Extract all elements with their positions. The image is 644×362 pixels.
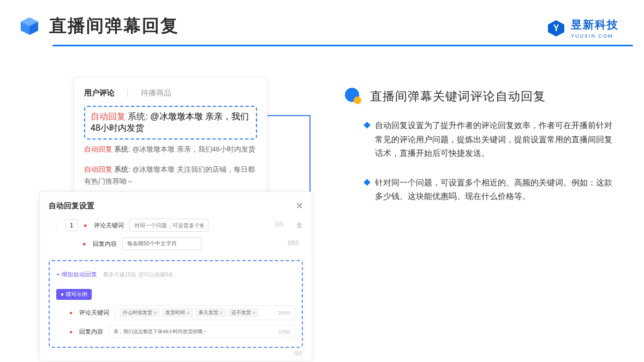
- system-label: 系统:: [128, 112, 150, 121]
- ex-reply-count: 37/50: [278, 329, 290, 335]
- tab-pending-products[interactable]: 待播商品: [141, 88, 171, 98]
- comment-text: @冰墩墩本墩 亲亲，我们48小时内发货: [132, 146, 255, 153]
- diamond-icon: [363, 179, 371, 186]
- reply-input[interactable]: [122, 237, 201, 250]
- ex-reply-input[interactable]: 亲，我们这边都是下单48小时内发货的哦～ 37/50: [109, 325, 295, 338]
- bullet-item: 自动回复设置为了提升作者的评论回复效率，作者可在开播前针对常见的评论用户问题，提…: [365, 118, 617, 160]
- tag-chip[interactable]: 还不发货×: [228, 308, 259, 317]
- add-hint: 最多可建10条 还可以创建9条: [103, 272, 174, 277]
- brand-name: 昱新科技: [571, 17, 619, 32]
- bullet-text: 自动回复设置为了提升作者的评论回复效率，作者可在开播前针对常见的评论用户问题，提…: [375, 118, 617, 160]
- comment-row: 自动回复 系统: @冰墩墩本墩 亲亲，我们48小时内发货: [84, 140, 257, 160]
- section-title: 直播间弹幕关键词评论自动回复: [370, 88, 546, 105]
- required-icon: ●: [69, 310, 73, 316]
- reply-count: 0/50: [288, 240, 299, 246]
- diamond-icon: [363, 122, 371, 129]
- brand-sub: YUUXIN.COM: [571, 33, 619, 39]
- ex-keyword-input[interactable]: 什么时候发货× 发货时间× 多久发货× 还不发货× 20/50: [115, 305, 295, 320]
- page-title: 直播间弹幕回复: [49, 14, 179, 38]
- bullet-item: 针对同一个问题，可设置多个相近的、高频的关键词。例如：这款多少钱、这块能优惠吗、…: [365, 176, 617, 203]
- system-label: 系统:: [114, 166, 132, 173]
- example-box: + 增加自动回复 最多可建10条 还可以创建9条 ● 填写示例 ● 评论关键词 …: [49, 260, 303, 348]
- delete-icon[interactable]: 🗑: [296, 221, 303, 229]
- ex-keyword-label: 评论关键词: [79, 309, 109, 317]
- highlighted-comment: 自动回复 系统: @冰墩墩本墩 亲亲，我们48小时内发货: [84, 106, 257, 140]
- divider: [52, 45, 633, 46]
- ex-reply-label: 回复内容: [79, 328, 103, 336]
- ex-keyword-count: 20/50: [278, 310, 290, 316]
- cube-icon: [19, 15, 40, 37]
- tag-chip[interactable]: 多久发货×: [195, 308, 226, 317]
- auto-reply-tag: 自动回复: [91, 112, 126, 121]
- required-icon: ●: [82, 240, 86, 247]
- drag-handle-icon[interactable]: ⋮⋮: [49, 222, 59, 228]
- auto-reply-settings-panel: 自动回复设置 ✕ ⋮⋮ ● 评论关键词 0/5 🗑 ● 回复内容: [39, 191, 312, 361]
- svg-text:Y: Y: [553, 23, 559, 33]
- example-badge: ● 填写示例: [56, 289, 92, 300]
- bullet-text: 针对同一个问题，可设置多个相近的、高频的关键词。例如：这款多少钱、这块能优惠吗、…: [375, 176, 617, 203]
- bubble-icon: [345, 88, 362, 105]
- auto-reply-tag: 自动回复: [84, 146, 112, 153]
- comment-row: 自动回复 系统: @冰墩墩本墩 关注我们的店铺，每日都有热门推荐呦～: [84, 160, 257, 192]
- tag-chip[interactable]: 什么时候发货×: [120, 308, 160, 317]
- tab-separator: |: [127, 88, 129, 98]
- add-auto-reply-link[interactable]: + 增加自动回复: [56, 270, 97, 279]
- settings-title: 自动回复设置: [49, 201, 94, 211]
- tag-chip[interactable]: 发货时间×: [162, 308, 193, 317]
- required-icon: ●: [84, 222, 87, 228]
- reply-label: 回复内容: [93, 240, 117, 248]
- keyword-label: 评论关键词: [94, 221, 124, 230]
- keyword-count: 0/5: [276, 221, 283, 227]
- outer-count: /50: [294, 351, 302, 357]
- auto-reply-tag: 自动回复: [84, 166, 112, 173]
- close-icon[interactable]: ✕: [296, 201, 303, 211]
- required-icon: ●: [69, 329, 73, 335]
- comments-panel: 用户评论 | 待播商品 自动回复 系统: @冰墩墩本墩 亲亲，我们48小时内发货…: [74, 77, 267, 208]
- brand-logo: Y 昱新科技 YUUXIN.COM: [547, 17, 619, 39]
- order-input[interactable]: [65, 219, 78, 231]
- system-label: 系统:: [114, 146, 132, 153]
- keyword-input[interactable]: [129, 219, 208, 232]
- connector: [267, 115, 309, 116]
- tab-user-comments[interactable]: 用户评论: [84, 88, 115, 98]
